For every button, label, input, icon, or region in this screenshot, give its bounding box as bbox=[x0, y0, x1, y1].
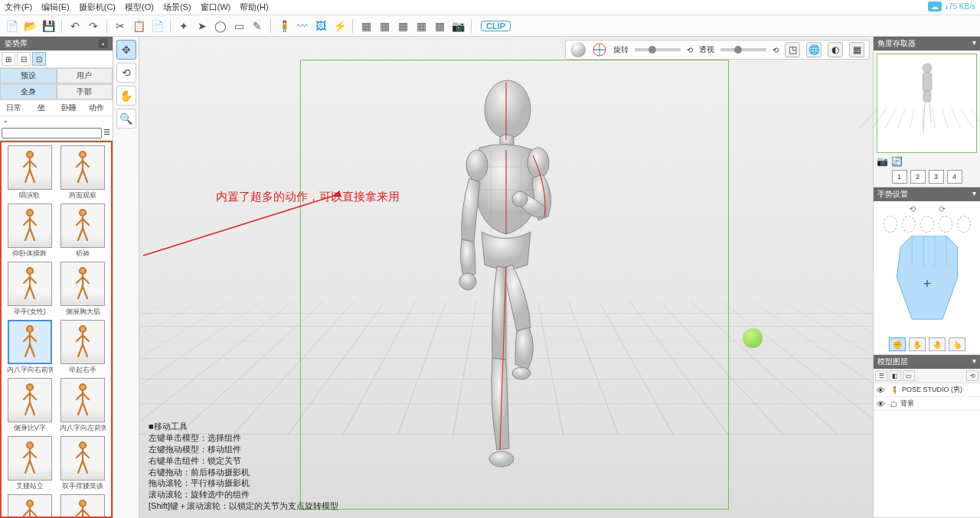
layer-tool-icon[interactable]: ☰ bbox=[875, 370, 887, 381]
collapse-icon[interactable]: ▾ bbox=[972, 189, 976, 200]
menu-item[interactable]: 场景(S) bbox=[163, 2, 191, 13]
pose-item[interactable]: 双手撑腰笑谈 bbox=[58, 436, 109, 491]
matcap-sphere-icon[interactable] bbox=[570, 42, 586, 57]
zoom-tool-icon[interactable]: 🔍 bbox=[116, 109, 136, 129]
pose-item[interactable]: 举起右手 bbox=[58, 320, 109, 375]
layer-tool-icon[interactable]: ▭ bbox=[903, 370, 915, 381]
grid2-icon[interactable]: ▦ bbox=[376, 18, 393, 34]
bolt-icon[interactable]: ⚡ bbox=[331, 18, 348, 34]
undo-icon[interactable]: ↶ bbox=[67, 18, 83, 34]
reload-icon[interactable]: 🔄 bbox=[891, 156, 903, 167]
character-model[interactable] bbox=[407, 67, 606, 513]
clip-logo[interactable]: CLIP bbox=[481, 21, 511, 31]
hand-mode-icon[interactable]: 🤚 bbox=[929, 337, 946, 351]
save-icon[interactable]: 💾 bbox=[40, 18, 57, 34]
pose-item[interactable]: 两面观察 bbox=[58, 145, 109, 200]
rotate-tool-icon[interactable]: ⟲ bbox=[116, 63, 136, 83]
subcat[interactable]: 卧睡 bbox=[55, 100, 83, 116]
copy-icon[interactable]: 📋 bbox=[130, 18, 147, 34]
curve-icon[interactable]: 〰 bbox=[294, 18, 311, 34]
shade-icon[interactable]: ◐ bbox=[828, 42, 843, 57]
camera-slot[interactable]: 2 bbox=[910, 170, 926, 184]
hand-tool-icon[interactable]: ✋ bbox=[116, 86, 136, 106]
rotate-left-icon[interactable]: ⟲ bbox=[909, 204, 916, 214]
tool-icon[interactable]: ▭ bbox=[230, 18, 247, 34]
camera-slot[interactable]: 4 bbox=[947, 170, 962, 184]
grid1-icon[interactable]: ▦ bbox=[358, 18, 374, 34]
layer-tool-icon[interactable]: ⟲ bbox=[966, 370, 978, 381]
pose-search-input[interactable] bbox=[2, 128, 102, 138]
grid-icon[interactable]: ▦ bbox=[849, 42, 864, 57]
view-mode-3-icon[interactable]: ⊡ bbox=[32, 52, 46, 66]
rotate-right-icon[interactable]: ⟳ bbox=[939, 204, 946, 214]
hand-widget[interactable]: + bbox=[885, 236, 969, 334]
pose-item[interactable]: 唱演歌 bbox=[5, 145, 55, 200]
finger-slider[interactable] bbox=[957, 216, 971, 233]
hand-mode-icon[interactable]: ✊ bbox=[889, 337, 906, 351]
collapse-icon[interactable]: ▾ bbox=[972, 357, 976, 367]
reset-icon[interactable]: ⟲ bbox=[773, 46, 779, 54]
snapshot-icon[interactable]: 📷 bbox=[877, 156, 888, 167]
menu-item[interactable]: 文件(F) bbox=[5, 2, 32, 13]
tab-hand[interactable]: 手部 bbox=[57, 84, 113, 99]
pose-item[interactable]: 内八字向右前奔1 bbox=[5, 320, 55, 375]
reset-icon[interactable]: ⟲ bbox=[687, 46, 693, 54]
grid3-icon[interactable]: ▦ bbox=[394, 18, 411, 34]
hand-mode-icon[interactable]: 👆 bbox=[949, 337, 965, 351]
pose-item[interactable]: 举手(女性) bbox=[5, 262, 55, 317]
menu-item[interactable]: 摄影机(C) bbox=[79, 2, 116, 13]
collapse-icon[interactable]: ▾ bbox=[972, 38, 976, 49]
finger-slider[interactable] bbox=[920, 216, 934, 233]
search-opt-icon[interactable]: ☰ bbox=[103, 128, 110, 138]
view-mode-1-icon[interactable]: ⊞ bbox=[2, 52, 15, 66]
person-icon[interactable]: 🧍 bbox=[276, 18, 292, 34]
perspective-slider[interactable] bbox=[720, 48, 766, 51]
cut-icon[interactable]: ✂ bbox=[112, 18, 129, 34]
camera-icon[interactable]: 📷 bbox=[449, 18, 466, 34]
eye-icon[interactable]: 👁 bbox=[877, 386, 887, 395]
eye-icon[interactable]: 👁 bbox=[877, 399, 887, 409]
redo-icon[interactable]: ↷ bbox=[85, 18, 102, 34]
viewport-3d[interactable]: 旋转 ⟲ 透视 ⟲ ◳ 🌐 ◐ ▦ ■移动工具 左键单击模型：选择组件 左键拖动… bbox=[139, 37, 873, 518]
pose-item[interactable]: 内八字向左前奔 bbox=[58, 378, 109, 433]
menu-item[interactable]: 模型(O) bbox=[125, 2, 154, 13]
pose-item[interactable]: 仰卧体操舞 bbox=[5, 204, 55, 259]
menu-item[interactable]: 窗口(W) bbox=[201, 2, 231, 13]
open-icon[interactable]: 📂 bbox=[21, 18, 38, 34]
layer-row[interactable]: 👁 ▢ 背景 bbox=[874, 397, 980, 411]
camera-slot[interactable]: 1 bbox=[892, 170, 907, 184]
floating-action-icon[interactable] bbox=[743, 328, 763, 348]
subcat[interactable]: 日常 bbox=[0, 100, 28, 116]
camera-slot[interactable]: 3 bbox=[929, 170, 944, 184]
new-icon[interactable]: 📄 bbox=[3, 18, 20, 34]
hand-mode-icon[interactable]: ✋ bbox=[909, 337, 926, 351]
layer-tool-icon[interactable]: ◧ bbox=[889, 370, 901, 381]
tab-user[interactable]: 用户 bbox=[57, 68, 113, 83]
compass-icon[interactable]: ✦ bbox=[175, 18, 192, 34]
menu-item[interactable]: 编辑(E) bbox=[41, 2, 70, 13]
ring-icon[interactable]: ◯ bbox=[212, 18, 229, 34]
pen-icon[interactable]: ✎ bbox=[249, 18, 266, 34]
paste-icon[interactable]: 📄 bbox=[149, 18, 165, 34]
grid4-icon[interactable]: ▦ bbox=[413, 18, 430, 34]
menu-item[interactable]: 帮助(H) bbox=[240, 2, 268, 13]
pose-item[interactable] bbox=[58, 494, 109, 518]
pose-item[interactable]: 叉腰站立 bbox=[5, 436, 55, 491]
move-tool-icon[interactable]: ✥ bbox=[116, 40, 136, 60]
pose-item[interactable]: 侧身比V字 bbox=[5, 378, 55, 433]
close-icon[interactable]: ▪ bbox=[99, 39, 108, 48]
axis-gizmo-icon[interactable] bbox=[592, 42, 607, 57]
globe-icon[interactable]: 🌐 bbox=[806, 42, 822, 57]
tab-fullbody[interactable]: 全身 bbox=[0, 84, 57, 99]
finger-slider[interactable] bbox=[902, 216, 916, 233]
tab-preset[interactable]: 预设 bbox=[0, 68, 57, 83]
view-mode-2-icon[interactable]: ⊟ bbox=[17, 52, 31, 66]
subcat[interactable]: 动作 bbox=[83, 100, 110, 116]
pose-item[interactable]: 祈祷 bbox=[58, 204, 109, 259]
image-icon[interactable]: 🖼 bbox=[312, 18, 329, 34]
cursor-icon[interactable]: ➤ bbox=[194, 18, 211, 34]
grid5-icon[interactable]: ▦ bbox=[431, 18, 448, 34]
finger-slider[interactable] bbox=[939, 216, 952, 233]
pose-item[interactable] bbox=[5, 494, 55, 518]
cube-icon[interactable]: ◳ bbox=[785, 42, 800, 57]
